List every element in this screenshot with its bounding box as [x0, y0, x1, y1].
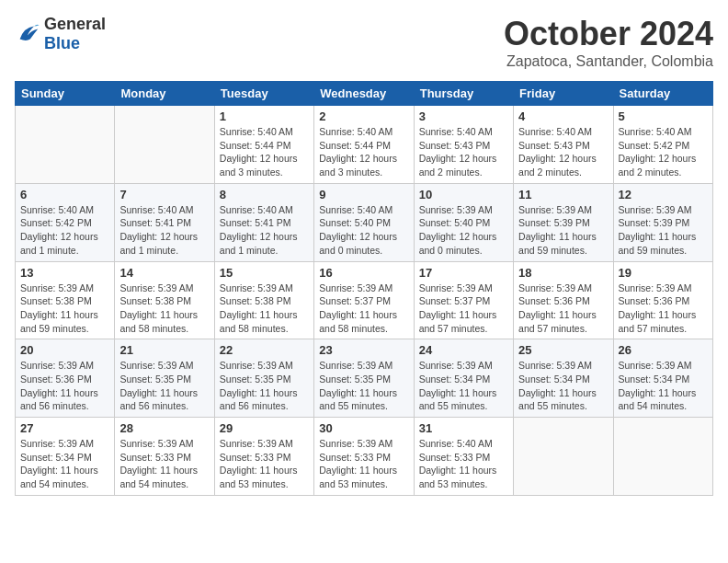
day-number: 20 [20, 343, 109, 357]
page-header: General Blue October 2024 Zapatoca, Sant… [15, 15, 713, 70]
calendar-cell: 27Sunrise: 5:39 AMSunset: 5:34 PMDayligh… [16, 418, 115, 496]
day-number: 18 [518, 266, 608, 280]
calendar-cell: 1Sunrise: 5:40 AMSunset: 5:44 PMDaylight… [214, 106, 313, 184]
day-number: 15 [220, 266, 309, 280]
day-number: 22 [220, 343, 309, 357]
calendar-cell: 3Sunrise: 5:40 AMSunset: 5:43 PMDaylight… [414, 106, 513, 184]
day-number: 3 [419, 109, 508, 123]
calendar-cell: 29Sunrise: 5:39 AMSunset: 5:33 PMDayligh… [214, 418, 313, 496]
day-info: Sunrise: 5:39 AMSunset: 5:33 PMDaylight:… [319, 437, 408, 491]
calendar-cell: 2Sunrise: 5:40 AMSunset: 5:44 PMDaylight… [314, 106, 414, 184]
day-number: 12 [619, 188, 708, 201]
calendar-week-row: 27Sunrise: 5:39 AMSunset: 5:34 PMDayligh… [16, 418, 713, 496]
day-info: Sunrise: 5:39 AMSunset: 5:36 PMDaylight:… [518, 282, 608, 336]
day-number: 21 [119, 343, 209, 357]
day-info: Sunrise: 5:39 AMSunset: 5:34 PMDaylight:… [20, 437, 109, 491]
calendar-cell: 19Sunrise: 5:39 AMSunset: 5:36 PMDayligh… [613, 261, 712, 339]
day-info: Sunrise: 5:40 AMSunset: 5:43 PMDaylight:… [419, 125, 508, 179]
calendar-cell: 7Sunrise: 5:40 AMSunset: 5:41 PMDaylight… [115, 183, 214, 261]
calendar-weekday-sunday: Sunday [16, 82, 115, 106]
calendar-cell: 26Sunrise: 5:39 AMSunset: 5:34 PMDayligh… [613, 339, 712, 418]
calendar-cell: 22Sunrise: 5:39 AMSunset: 5:35 PMDayligh… [214, 339, 313, 418]
calendar-cell: 14Sunrise: 5:39 AMSunset: 5:38 PMDayligh… [115, 261, 214, 339]
calendar-weekday-saturday: Saturday [613, 82, 712, 106]
calendar-weekday-friday: Friday [514, 82, 613, 106]
calendar-cell [613, 418, 712, 496]
calendar-cell: 18Sunrise: 5:39 AMSunset: 5:36 PMDayligh… [514, 261, 613, 339]
calendar-week-row: 13Sunrise: 5:39 AMSunset: 5:38 PMDayligh… [16, 261, 713, 339]
calendar-week-row: 20Sunrise: 5:39 AMSunset: 5:36 PMDayligh… [16, 339, 713, 418]
day-number: 6 [20, 188, 109, 201]
day-number: 27 [20, 421, 109, 435]
calendar-weekday-monday: Monday [115, 82, 214, 106]
location-subtitle: Zapatoca, Santander, Colombia [504, 53, 713, 70]
day-number: 4 [518, 109, 608, 123]
day-number: 28 [119, 421, 209, 435]
calendar-cell: 28Sunrise: 5:39 AMSunset: 5:33 PMDayligh… [115, 418, 214, 496]
day-info: Sunrise: 5:40 AMSunset: 5:40 PMDaylight:… [319, 203, 408, 258]
day-info: Sunrise: 5:39 AMSunset: 5:40 PMDaylight:… [419, 203, 508, 258]
calendar-cell: 9Sunrise: 5:40 AMSunset: 5:40 PMDaylight… [314, 183, 414, 261]
day-number: 17 [419, 266, 508, 280]
calendar-header-row: SundayMondayTuesdayWednesdayThursdayFrid… [16, 82, 713, 106]
day-info: Sunrise: 5:39 AMSunset: 5:36 PMDaylight:… [619, 282, 708, 336]
calendar-cell: 4Sunrise: 5:40 AMSunset: 5:43 PMDaylight… [514, 106, 613, 184]
calendar-cell: 16Sunrise: 5:39 AMSunset: 5:37 PMDayligh… [314, 261, 414, 339]
month-title: October 2024 [504, 15, 713, 53]
calendar-cell [514, 418, 613, 496]
day-info: Sunrise: 5:39 AMSunset: 5:33 PMDaylight:… [220, 437, 309, 491]
logo: General Blue [15, 15, 106, 53]
calendar-cell: 10Sunrise: 5:39 AMSunset: 5:40 PMDayligh… [414, 183, 513, 261]
day-number: 29 [220, 421, 309, 435]
day-info: Sunrise: 5:39 AMSunset: 5:37 PMDaylight:… [419, 282, 508, 336]
day-info: Sunrise: 5:39 AMSunset: 5:33 PMDaylight:… [119, 437, 209, 491]
calendar-week-row: 1Sunrise: 5:40 AMSunset: 5:44 PMDaylight… [16, 106, 713, 184]
day-number: 8 [220, 188, 309, 201]
day-number: 9 [319, 188, 408, 201]
calendar-cell: 11Sunrise: 5:39 AMSunset: 5:39 PMDayligh… [514, 183, 613, 261]
calendar-cell: 21Sunrise: 5:39 AMSunset: 5:35 PMDayligh… [115, 339, 214, 418]
day-number: 10 [419, 188, 508, 201]
calendar-cell: 15Sunrise: 5:39 AMSunset: 5:38 PMDayligh… [214, 261, 313, 339]
day-info: Sunrise: 5:39 AMSunset: 5:35 PMDaylight:… [319, 359, 408, 413]
calendar-cell: 12Sunrise: 5:39 AMSunset: 5:39 PMDayligh… [613, 183, 712, 261]
calendar-cell: 5Sunrise: 5:40 AMSunset: 5:42 PMDaylight… [613, 106, 712, 184]
day-info: Sunrise: 5:40 AMSunset: 5:41 PMDaylight:… [119, 203, 209, 258]
calendar-weekday-wednesday: Wednesday [314, 82, 414, 106]
day-number: 13 [20, 266, 109, 280]
day-number: 1 [220, 109, 309, 123]
calendar-cell: 13Sunrise: 5:39 AMSunset: 5:38 PMDayligh… [16, 261, 115, 339]
day-info: Sunrise: 5:40 AMSunset: 5:33 PMDaylight:… [419, 437, 508, 491]
day-number: 26 [619, 343, 708, 357]
day-number: 2 [319, 109, 408, 123]
calendar-cell: 17Sunrise: 5:39 AMSunset: 5:37 PMDayligh… [414, 261, 513, 339]
day-info: Sunrise: 5:39 AMSunset: 5:39 PMDaylight:… [518, 203, 608, 258]
calendar-table: SundayMondayTuesdayWednesdayThursdayFrid… [15, 81, 713, 496]
logo-text: General Blue [44, 15, 106, 53]
day-number: 31 [419, 421, 508, 435]
calendar-cell [115, 106, 214, 184]
day-number: 30 [319, 421, 408, 435]
day-info: Sunrise: 5:39 AMSunset: 5:39 PMDaylight:… [619, 203, 708, 258]
calendar-cell: 24Sunrise: 5:39 AMSunset: 5:34 PMDayligh… [414, 339, 513, 418]
day-info: Sunrise: 5:39 AMSunset: 5:38 PMDaylight:… [119, 282, 209, 336]
day-number: 19 [619, 266, 708, 280]
calendar-cell: 8Sunrise: 5:40 AMSunset: 5:41 PMDaylight… [214, 183, 313, 261]
day-number: 7 [119, 188, 209, 201]
calendar-cell: 6Sunrise: 5:40 AMSunset: 5:42 PMDaylight… [16, 183, 115, 261]
calendar-cell: 20Sunrise: 5:39 AMSunset: 5:36 PMDayligh… [16, 339, 115, 418]
calendar-weekday-tuesday: Tuesday [214, 82, 313, 106]
day-info: Sunrise: 5:39 AMSunset: 5:37 PMDaylight:… [319, 282, 408, 336]
calendar-weekday-thursday: Thursday [414, 82, 513, 106]
day-info: Sunrise: 5:39 AMSunset: 5:34 PMDaylight:… [419, 359, 508, 413]
day-info: Sunrise: 5:40 AMSunset: 5:42 PMDaylight:… [619, 125, 708, 179]
day-info: Sunrise: 5:40 AMSunset: 5:42 PMDaylight:… [20, 203, 109, 258]
day-number: 16 [319, 266, 408, 280]
calendar-cell: 23Sunrise: 5:39 AMSunset: 5:35 PMDayligh… [314, 339, 414, 418]
day-number: 24 [419, 343, 508, 357]
day-info: Sunrise: 5:40 AMSunset: 5:43 PMDaylight:… [518, 125, 608, 179]
day-number: 25 [518, 343, 608, 357]
calendar-week-row: 6Sunrise: 5:40 AMSunset: 5:42 PMDaylight… [16, 183, 713, 261]
title-block: October 2024 Zapatoca, Santander, Colomb… [504, 15, 713, 70]
day-info: Sunrise: 5:39 AMSunset: 5:35 PMDaylight:… [220, 359, 309, 413]
